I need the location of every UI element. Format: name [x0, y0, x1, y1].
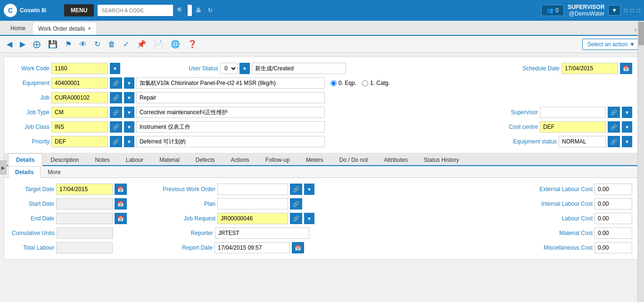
user-status-dropdown[interactable]: ▼	[239, 63, 250, 74]
misc-cost-input[interactable]	[594, 242, 632, 253]
int-labour-input[interactable]	[594, 198, 632, 210]
cost-centre-dropdown[interactable]: ▼	[622, 121, 632, 133]
check-button[interactable]: ✓	[120, 38, 132, 50]
scrollbar[interactable]	[637, 21, 644, 263]
refresh-icon[interactable]: ↻	[208, 7, 213, 14]
plan-input[interactable]	[217, 198, 288, 210]
cumul-units-input[interactable]	[57, 227, 113, 239]
target-date-calendar[interactable]: 📅	[115, 184, 127, 195]
job-request-input[interactable]	[217, 213, 288, 224]
reload-button[interactable]: ↻	[91, 38, 103, 50]
supervisor-link-btn[interactable]: 🔗	[608, 107, 620, 118]
tab-details[interactable]: Details	[8, 153, 42, 166]
tab-status-history[interactable]: Status History	[416, 153, 467, 166]
radio-catg-input[interactable]	[362, 80, 368, 86]
user-role: SUPERVISOR	[568, 4, 604, 10]
job-request-link-btn[interactable]: 🔗	[290, 213, 302, 224]
radio-eqp-input[interactable]	[330, 80, 337, 86]
tab-close-button[interactable]: ×	[88, 26, 91, 31]
back-button[interactable]: ◀	[4, 38, 15, 50]
job-request-dropdown[interactable]: ▼	[304, 213, 314, 224]
supervisor-dropdown[interactable]: ▼	[622, 107, 632, 118]
job-type-link-btn[interactable]: 🔗	[110, 107, 122, 118]
end-date-input[interactable]	[56, 213, 113, 224]
job-link-btn[interactable]: 🔗	[110, 92, 122, 103]
export-button[interactable]: 📄	[151, 38, 166, 50]
cost-centre-input[interactable]	[540, 121, 606, 133]
work-code-dropdown[interactable]: ▼	[110, 63, 120, 74]
user-status-select[interactable]: 0	[220, 63, 238, 74]
user-dropdown-button[interactable]: ▼	[608, 5, 620, 16]
end-date-calendar[interactable]: 📅	[115, 213, 127, 224]
tab-description[interactable]: Description	[42, 153, 87, 166]
prev-wo-dropdown[interactable]: ▼	[304, 184, 314, 195]
job-class-dropdown[interactable]: ▼	[124, 121, 134, 133]
priority-input[interactable]	[51, 136, 108, 147]
tab-labour[interactable]: Labour	[118, 153, 151, 166]
print-icon[interactable]: 🖶	[196, 7, 201, 14]
tab-nav-left[interactable]: ‹	[635, 26, 636, 33]
tab-home[interactable]: Home	[4, 22, 32, 35]
window-icon-2[interactable]: □	[631, 7, 634, 14]
report-date-calendar[interactable]: 📅	[292, 242, 304, 253]
job-dropdown[interactable]: ▼	[124, 92, 134, 103]
tab-do-do-not[interactable]: Do / Do not	[331, 153, 376, 166]
equipment-link-btn[interactable]: 🔗	[110, 77, 122, 89]
tab-material[interactable]: Material	[151, 153, 188, 166]
tab-attributes[interactable]: Attributes	[376, 153, 416, 166]
equipment-status-dropdown[interactable]: ▼	[622, 136, 632, 147]
job-type-label: Job Type	[12, 109, 50, 116]
tab-follow-up[interactable]: Follow-up	[257, 153, 298, 166]
start-date-input[interactable]	[56, 198, 113, 210]
supervisor-input[interactable]	[540, 107, 606, 118]
add-button[interactable]: ⨁	[30, 38, 43, 50]
job-type-input[interactable]	[51, 107, 108, 118]
prev-wo-link-btn[interactable]: 🔗	[290, 184, 302, 195]
search-input[interactable]	[98, 5, 173, 16]
schedule-date-input[interactable]	[561, 63, 618, 74]
schedule-date-calendar[interactable]: 📅	[620, 63, 632, 74]
collapse-arrow[interactable]: ▶	[0, 160, 7, 175]
equipment-status-link-btn[interactable]: 🔗	[608, 136, 620, 147]
tab-notes[interactable]: Notes	[87, 153, 117, 166]
bookmark-button[interactable]: ⚑	[62, 38, 74, 50]
globe-button[interactable]: 🌐	[168, 38, 183, 50]
cost-centre-link-btn[interactable]: 🔗	[608, 121, 620, 133]
ext-labour-input[interactable]	[594, 184, 632, 195]
attach-button[interactable]: 📌	[134, 38, 149, 50]
search-button[interactable]: 🔍	[173, 5, 188, 16]
tab-actions[interactable]: Actions	[223, 153, 257, 166]
window-icon-3[interactable]: □	[637, 7, 640, 14]
job-class-input[interactable]	[51, 121, 108, 133]
menu-button[interactable]: MENU	[64, 4, 94, 17]
select-action-button[interactable]: Select an action ▼	[582, 39, 640, 50]
detail-form: Target Date 📅 Previous Work Order 🔗 ▼ Ex…	[4, 178, 640, 259]
priority-dropdown[interactable]: ▼	[124, 136, 134, 147]
job-class-link-btn[interactable]: 🔗	[110, 121, 122, 133]
job-input[interactable]	[51, 92, 108, 103]
sub-tab-more[interactable]: More	[41, 166, 67, 178]
save-button[interactable]: 💾	[45, 38, 60, 50]
plan-link-btn[interactable]: 🔗	[290, 198, 302, 210]
material-cost-input[interactable]	[594, 227, 632, 239]
equipment-input[interactable]	[51, 77, 108, 89]
labour-cost-input[interactable]	[594, 213, 632, 224]
delete-button[interactable]: 🗑	[105, 38, 118, 50]
prev-wo-input[interactable]	[217, 184, 288, 195]
notification-button[interactable]: 👥 0	[541, 5, 564, 16]
tab-work-order[interactable]: Work Order details ×	[32, 22, 97, 35]
tab-meters[interactable]: Meters	[298, 153, 331, 166]
equipment-dropdown[interactable]: ▼	[124, 77, 134, 89]
tab-defects[interactable]: Defects	[188, 153, 223, 166]
target-date-input[interactable]	[56, 184, 113, 195]
sub-tab-details[interactable]: Details	[8, 166, 41, 178]
logo-icon: C	[4, 4, 17, 17]
window-icon-1[interactable]: □	[624, 7, 627, 14]
start-date-calendar[interactable]: 📅	[115, 198, 127, 210]
forward-button[interactable]: ▶	[17, 38, 28, 50]
view-button[interactable]: 👁	[76, 38, 90, 50]
help-button[interactable]: ❓	[185, 38, 200, 50]
work-code-input[interactable]	[51, 63, 108, 74]
priority-link-btn[interactable]: 🔗	[110, 136, 122, 147]
job-type-dropdown[interactable]: ▼	[124, 107, 134, 118]
